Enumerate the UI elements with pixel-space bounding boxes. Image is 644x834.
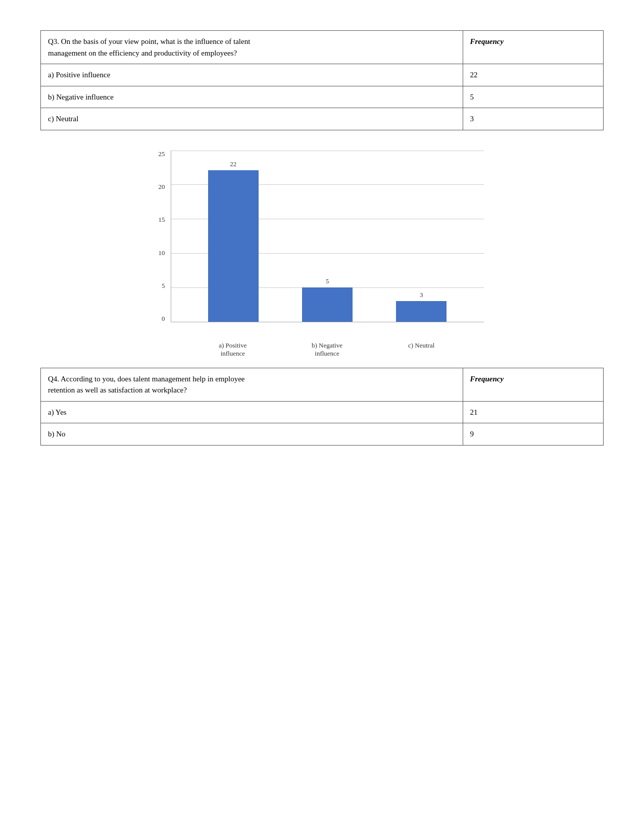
bar-group-negative: 5 xyxy=(302,277,353,322)
q3-question: Q3. On the basis of your view point, wha… xyxy=(41,31,463,64)
y-label-0: 0 xyxy=(162,315,165,322)
y-label-20: 20 xyxy=(159,183,165,190)
q3-row1-label: a) Positive influence xyxy=(41,64,463,86)
x-axis: a) Positive influence b) Negative influe… xyxy=(171,341,484,358)
q3-table: Q3. On the basis of your view point, wha… xyxy=(40,30,604,130)
q4-row1-label: a) Yes xyxy=(41,401,463,423)
x-label-neutral: c) Neutral xyxy=(396,341,447,358)
q4-table: Q4. According to you, does talent manage… xyxy=(40,368,604,446)
y-label-25: 25 xyxy=(159,151,165,157)
y-label-5: 5 xyxy=(162,282,165,289)
y-axis: 25 20 15 10 5 0 xyxy=(151,151,168,322)
bar-neutral xyxy=(396,301,447,322)
q3-freq-header: Frequency xyxy=(463,31,604,64)
bar-group-neutral: 3 xyxy=(396,291,447,322)
q3-row3-label: c) Neutral xyxy=(41,108,463,130)
bar-positive xyxy=(208,170,259,321)
q3-row2-label: b) Negative influence xyxy=(41,86,463,108)
table-row: c) Neutral 3 xyxy=(41,108,604,130)
bars-wrapper: 22 5 3 xyxy=(171,151,484,322)
bar-label-3: 3 xyxy=(420,291,423,299)
q4-question: Q4. According to you, does talent manage… xyxy=(41,368,463,401)
q3-row1-value: 22 xyxy=(463,64,604,86)
bar-chart: 25 20 15 10 5 0 22 5 xyxy=(145,145,499,342)
q3-question-line1: Q3. On the basis of your view point, wha… xyxy=(48,37,250,45)
y-label-15: 15 xyxy=(159,216,165,223)
q4-row2-value: 9 xyxy=(463,423,604,446)
y-label-10: 10 xyxy=(159,250,165,256)
x-label-positive: a) Positive influence xyxy=(208,341,258,358)
table-row: a) Positive influence 22 xyxy=(41,64,604,86)
plot-area: 22 5 3 xyxy=(171,151,484,322)
x-label-negative: b) Negative influence xyxy=(302,341,352,358)
q3-row3-value: 3 xyxy=(463,108,604,130)
q4-question-line2: retention as well as satisfaction at wor… xyxy=(48,386,187,394)
q4-question-line1: Q4. According to you, does talent manage… xyxy=(48,375,244,383)
q3-row2-value: 5 xyxy=(463,86,604,108)
q3-question-line2: management on the efficiency and product… xyxy=(48,49,237,57)
table-row: a) Yes 21 xyxy=(41,401,604,423)
q4-freq-header: Frequency xyxy=(463,368,604,401)
bar-label-22: 22 xyxy=(230,160,236,168)
table-row: b) Negative influence 5 xyxy=(41,86,604,108)
q4-row1-value: 21 xyxy=(463,401,604,423)
table-row: b) No 9 xyxy=(41,423,604,446)
bar-negative xyxy=(302,287,353,322)
bar-group-positive: 22 xyxy=(208,160,259,321)
bar-label-5: 5 xyxy=(326,277,329,285)
q4-row2-label: b) No xyxy=(41,423,463,446)
chart-area: 25 20 15 10 5 0 22 5 xyxy=(151,151,494,342)
